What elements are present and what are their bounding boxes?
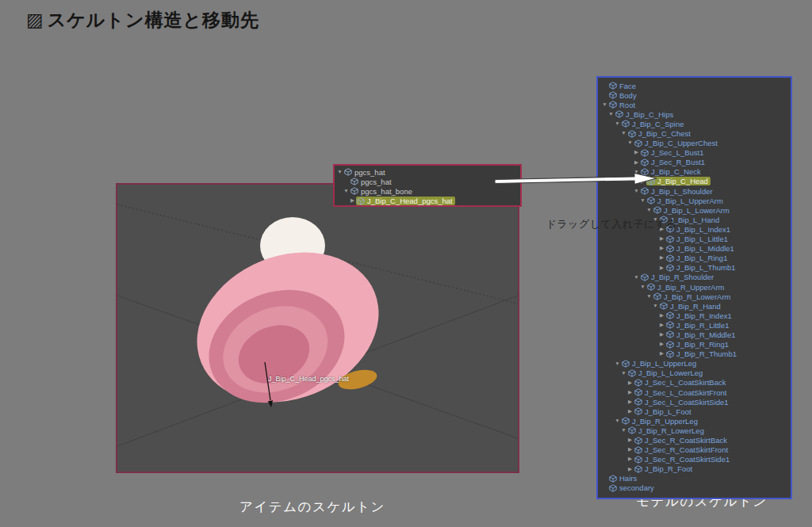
- item-label: J_Sec_R_CoatSkirtBack: [645, 436, 727, 445]
- tree-item-J_Sec_R_CoatSkirtSide1[interactable]: ▶J_Sec_R_CoatSkirtSide1: [599, 455, 791, 464]
- tree-item-J_Sec_R_Bust1[interactable]: ▶J_Sec_R_Bust1: [599, 158, 791, 167]
- expanded-arrow-icon[interactable]: ▼: [645, 208, 653, 213]
- tree-item-J_Bip_R_Foot[interactable]: ▶J_Bip_R_Foot: [599, 464, 791, 474]
- tree-item-J_Bip_C_Spine[interactable]: ▼J_Bip_C_Spine: [599, 119, 791, 128]
- collapsed-arrow-icon[interactable]: ▶: [626, 456, 634, 462]
- expanded-arrow-icon[interactable]: ▼: [639, 285, 646, 290]
- tree-item-J_Bip_L_Little1[interactable]: ▶J_Bip_L_Little1: [599, 235, 791, 244]
- tree-item-J_Bip_L_LowerLeg[interactable]: ▼J_Bip_L_LowerLeg: [599, 369, 791, 378]
- collapsed-arrow-icon[interactable]: ▶: [658, 323, 665, 328]
- tree-item-J_Bip_L_Thumb1[interactable]: ▶J_Bip_L_Thumb1: [599, 263, 791, 273]
- tree-item-J_Sec_L_CoatSkirtSide1[interactable]: ▶J_Sec_L_CoatSkirtSide1: [599, 397, 791, 407]
- tree-item-J_Bip_C_UpperChest[interactable]: ▼J_Bip_C_UpperChest: [599, 139, 791, 148]
- expanded-arrow-icon[interactable]: ▼: [620, 428, 627, 433]
- tree-item-J_Bip_R_Little1[interactable]: ▶J_Bip_R_Little1: [599, 320, 791, 330]
- bone-cube-icon: [634, 398, 642, 406]
- collapsed-arrow-icon[interactable]: ▶: [658, 236, 665, 242]
- collapsed-arrow-icon[interactable]: ▶: [626, 409, 634, 414]
- collapsed-arrow-icon[interactable]: ▶: [626, 380, 634, 386]
- expanded-arrow-icon[interactable]: ▼: [626, 140, 634, 146]
- expanded-arrow-icon[interactable]: ▼: [645, 294, 653, 300]
- collapsed-arrow-icon[interactable]: ▶: [658, 332, 665, 338]
- tree-item-J_Bip_R_LowerArm[interactable]: ▼J_Bip_R_LowerArm: [599, 292, 791, 301]
- tree-item-J_Bip_C_Hips[interactable]: ▼J_Bip_C_Hips: [599, 109, 791, 119]
- tree-item-secondary[interactable]: secondary: [599, 483, 791, 493]
- tree-item-J_Bip_R_UpperLeg[interactable]: ▼J_Bip_R_UpperLeg: [599, 416, 791, 426]
- expanded-arrow-icon[interactable]: ▼: [614, 121, 621, 127]
- collapsed-arrow-icon[interactable]: ▶: [626, 390, 634, 395]
- collapsed-arrow-icon[interactable]: ▶: [658, 342, 665, 347]
- tree-item-J_Bip_L_Ring1[interactable]: ▶J_Bip_L_Ring1: [599, 254, 791, 263]
- collapsed-arrow-icon[interactable]: ▶: [626, 447, 634, 453]
- tree-item-J_Bip_C_Chest[interactable]: ▼J_Bip_C_Chest: [599, 128, 791, 138]
- collapsed-arrow-icon[interactable]: ▶: [626, 399, 634, 405]
- tree-item-J_Bip_R_Hand[interactable]: ▼J_Bip_R_Hand: [599, 301, 791, 311]
- tree-item-J_Sec_L_CoatSkirtBack[interactable]: ▶J_Sec_L_CoatSkirtBack: [599, 378, 791, 388]
- 3d-viewport[interactable]: J_Bip_C_Head_pgcs_hat: [116, 183, 519, 473]
- tree-item-J_Bip_R_Thumb1[interactable]: ▶J_Bip_R_Thumb1: [599, 349, 791, 359]
- tree-item-J_Bip_L_LowerArm[interactable]: ▼J_Bip_L_LowerArm: [599, 205, 791, 215]
- tree-item-J_Bip_R_UpperArm[interactable]: ▼J_Bip_R_UpperArm: [599, 282, 791, 292]
- tree-item-pgcs_hat[interactable]: ▼pgcs_hat: [335, 167, 520, 177]
- collapsed-arrow-icon[interactable]: ▶: [626, 467, 634, 472]
- expanded-arrow-icon[interactable]: ▼: [607, 112, 615, 117]
- model-hierarchy-panel[interactable]: FaceBody▼Root▼J_Bip_C_Hips▼J_Bip_C_Spine…: [596, 76, 792, 499]
- item-label: J_Bip_R_Middle1: [676, 330, 735, 339]
- expanded-arrow-icon[interactable]: ▼: [614, 361, 621, 367]
- tree-item-J_Bip_L_UpperLeg[interactable]: ▼J_Bip_L_UpperLeg: [599, 359, 791, 369]
- bone-cube-icon: [609, 82, 617, 90]
- tree-item-J_Bip_L_Foot[interactable]: ▶J_Bip_L_Foot: [599, 407, 791, 416]
- item-label: J_Bip_C_Hips: [626, 110, 673, 119]
- collapsed-arrow-icon[interactable]: ▶: [626, 437, 634, 443]
- expanded-arrow-icon[interactable]: ▼: [343, 189, 350, 194]
- tree-item-J_Bip_R_Index1[interactable]: ▶J_Bip_R_Index1: [599, 311, 791, 320]
- tree-item-J_Bip_R_Ring1[interactable]: ▶J_Bip_R_Ring1: [599, 340, 791, 349]
- tree-item-J_Sec_R_CoatSkirtFront[interactable]: ▶J_Sec_R_CoatSkirtFront: [599, 445, 791, 455]
- drag-note: ドラッグして入れ子にする: [527, 217, 696, 231]
- bone-cube-icon: [634, 388, 642, 396]
- collapsed-arrow-icon[interactable]: ▶: [633, 160, 640, 166]
- tree-item-J_Sec_L_Bust1[interactable]: ▶J_Sec_L_Bust1: [599, 148, 791, 158]
- tree-item-Body[interactable]: Body: [599, 90, 791, 100]
- item-label: J_Bip_C_UpperChest: [645, 139, 718, 147]
- tree-item-pgcs_hat_bone[interactable]: ▼pgcs_hat_bone: [335, 186, 520, 196]
- item-label: J_Bip_R_LowerLeg: [638, 426, 704, 435]
- item-label: pgcs_hat_bone: [361, 187, 412, 196]
- item-content: J_Bip_L_Ring1: [665, 254, 730, 262]
- expanded-arrow-icon[interactable]: ▼: [639, 198, 646, 204]
- tree-item-Hairs[interactable]: Hairs: [599, 474, 791, 483]
- tree-item-J_Bip_L_Middle1[interactable]: ▶J_Bip_L_Middle1: [599, 244, 791, 254]
- collapsed-arrow-icon[interactable]: ▶: [349, 198, 356, 204]
- collapsed-arrow-icon[interactable]: ▶: [633, 150, 640, 155]
- expanded-arrow-icon[interactable]: ▼: [633, 275, 640, 281]
- expanded-arrow-icon[interactable]: ▼: [620, 371, 627, 376]
- tree-item-Root[interactable]: ▼Root: [599, 100, 791, 109]
- expanded-arrow-icon[interactable]: ▼: [620, 131, 627, 136]
- collapsed-arrow-icon[interactable]: ▶: [658, 255, 665, 261]
- tree-item-pgcs_hat[interactable]: pgcs_hat: [335, 177, 520, 186]
- hat-3d-model[interactable]: [174, 217, 401, 429]
- tree-item-J_Bip_L_UpperArm[interactable]: ▼J_Bip_L_UpperArm: [599, 196, 791, 205]
- tree-item-J_Bip_C_Head_pgcs_hat[interactable]: ▶J_Bip_C_Head_pgcs_hat: [335, 197, 520, 206]
- item-content: J_Bip_R_Little1: [665, 321, 732, 330]
- expanded-arrow-icon[interactable]: ▼: [614, 418, 621, 424]
- collapsed-arrow-icon[interactable]: ▶: [658, 313, 665, 319]
- item-content: J_Bip_R_Middle1: [665, 330, 737, 339]
- expanded-arrow-icon[interactable]: ▼: [601, 102, 608, 108]
- collapsed-arrow-icon[interactable]: ▶: [658, 351, 665, 357]
- tree-item-J_Sec_R_CoatSkirtBack[interactable]: ▶J_Sec_R_CoatSkirtBack: [599, 435, 791, 445]
- expanded-arrow-icon[interactable]: ▼: [336, 170, 343, 175]
- expanded-arrow-icon[interactable]: ▼: [652, 304, 659, 309]
- tree-item-J_Bip_R_Middle1[interactable]: ▶J_Bip_R_Middle1: [599, 330, 791, 339]
- bone-cube-icon: [628, 369, 636, 377]
- tree-item-J_Sec_L_CoatSkirtFront[interactable]: ▶J_Sec_L_CoatSkirtFront: [599, 388, 791, 397]
- tree-item-Face[interactable]: Face: [599, 81, 791, 90]
- item-label: J_Sec_L_CoatSkirtSide1: [645, 398, 729, 407]
- tree-item-J_Bip_R_LowerLeg[interactable]: ▼J_Bip_R_LowerLeg: [599, 426, 791, 435]
- item-label: J_Bip_L_Middle1: [676, 244, 734, 253]
- bone-cube-icon: [634, 407, 642, 415]
- collapsed-arrow-icon[interactable]: ▶: [658, 246, 665, 251]
- item-label: J_Bip_L_LowerLeg: [638, 369, 703, 377]
- collapsed-arrow-icon[interactable]: ▶: [658, 265, 665, 271]
- tree-item-J_Bip_R_Shoulder[interactable]: ▼J_Bip_R_Shoulder: [599, 273, 791, 282]
